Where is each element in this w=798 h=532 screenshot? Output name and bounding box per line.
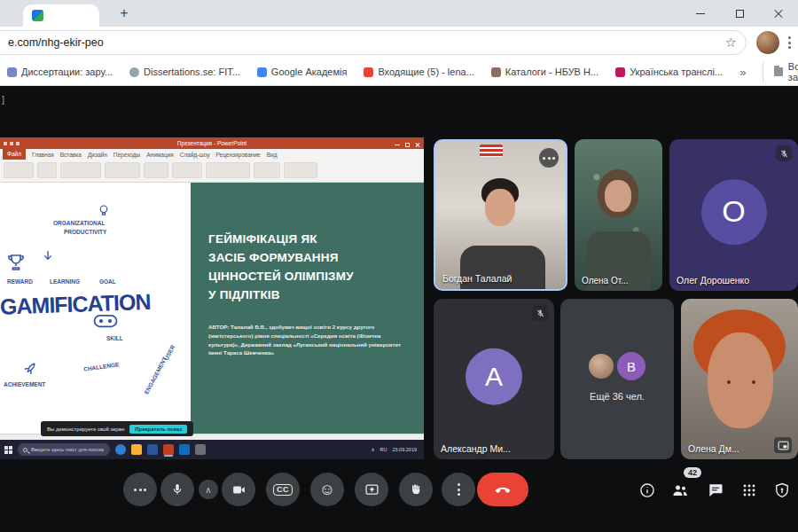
ribbon-tab[interactable]: Рецензирование bbox=[215, 152, 260, 158]
car-sticker bbox=[480, 145, 503, 157]
windows-taskbar: Введите здесь текст для поиска ∧ RU 23.0… bbox=[0, 440, 424, 459]
reactions-button[interactable]: ☺ bbox=[310, 473, 344, 506]
ribbon-group[interactable] bbox=[206, 162, 250, 178]
ribbon-group[interactable] bbox=[144, 162, 168, 178]
person-face bbox=[485, 189, 515, 226]
bookmark-item[interactable]: Dissertations.se: FIT... bbox=[129, 66, 240, 77]
window-controls bbox=[681, 0, 798, 27]
video-tile-bogdan[interactable]: Богдан Талалай bbox=[434, 139, 567, 291]
ribbon-tab[interactable]: Файл bbox=[3, 149, 26, 160]
video-tile-alexandr[interactable]: А Александр Ми... bbox=[434, 299, 554, 459]
bookmark-item[interactable]: Українська транслі... bbox=[615, 66, 723, 77]
close-icon[interactable] bbox=[415, 142, 420, 147]
video-tile-olena-ot[interactable]: Олена От... bbox=[575, 139, 662, 291]
doodle-word: ENGAGEMENT bbox=[143, 356, 168, 395]
address-toolbar: e.com/nhg-ekir-peo ☆ bbox=[0, 27, 798, 59]
taskbar-app-icon[interactable] bbox=[179, 444, 190, 455]
taskbar-search-box[interactable]: Введите здесь текст для поиска bbox=[18, 443, 110, 456]
stop-sharing-button[interactable]: Прекратить показ bbox=[129, 425, 187, 434]
chat-icon[interactable] bbox=[707, 481, 726, 501]
ribbon-tab[interactable]: Переходы bbox=[113, 152, 141, 158]
ribbon-tab[interactable]: Анимация bbox=[146, 152, 174, 158]
slide-title-line: У ПІДЛІТКІВ bbox=[208, 286, 410, 305]
bookmark-item[interactable]: Google Академія bbox=[257, 66, 348, 77]
ribbon-group[interactable] bbox=[4, 162, 34, 178]
taskbar-app-icon[interactable] bbox=[115, 444, 126, 455]
captions-button[interactable]: CC bbox=[266, 473, 300, 506]
maximize-icon[interactable] bbox=[405, 143, 410, 147]
bookmark-star-icon[interactable]: ☆ bbox=[725, 35, 737, 51]
doodle-word: CHALLENGE bbox=[83, 361, 120, 372]
cc-icon: CC bbox=[273, 484, 293, 496]
device-picker-chevron-icon[interactable]: ∧ bbox=[199, 480, 218, 499]
tile-menu-icon[interactable] bbox=[539, 148, 559, 168]
trophy-icon bbox=[5, 252, 27, 273]
address-bar[interactable]: e.com/nhg-ekir-peo ☆ bbox=[0, 30, 747, 55]
video-tile-olena-dm[interactable]: Олена Дм... bbox=[681, 299, 798, 459]
participants-icon[interactable] bbox=[671, 481, 691, 501]
mic-button[interactable] bbox=[160, 473, 194, 506]
powerpoint-window-title: Презентация - PowerPoint bbox=[177, 140, 246, 146]
bookmarks-bar: Диссертации: зару... Dissertations.se: F… bbox=[0, 59, 798, 86]
participant-name: Богдан Талалай bbox=[442, 273, 512, 284]
camera-button[interactable] bbox=[222, 473, 255, 506]
all-bookmarks-label: Все закладки bbox=[788, 61, 798, 82]
taskbar-search-placeholder: Введите здесь текст для поиска bbox=[31, 447, 104, 452]
start-button-icon[interactable] bbox=[4, 446, 12, 454]
video-tile-more-participants[interactable]: В Ещё 36 чел. bbox=[560, 299, 674, 459]
ribbon-tab[interactable]: Главная bbox=[32, 152, 54, 158]
slide-title-line: ЗАСІБ ФОРМУВАННЯ bbox=[208, 249, 410, 268]
browser-menu-icon[interactable] bbox=[788, 36, 791, 49]
letter-avatar: О bbox=[701, 179, 767, 245]
window-minimize-button[interactable] bbox=[681, 0, 720, 27]
tray-chevron-icon[interactable]: ∧ bbox=[371, 447, 374, 452]
ribbon-group[interactable] bbox=[284, 162, 317, 178]
apps-grid-icon[interactable] bbox=[740, 481, 760, 501]
ribbon-group[interactable] bbox=[105, 162, 140, 178]
present-screen-button[interactable] bbox=[355, 473, 388, 506]
window-maximize-button[interactable] bbox=[720, 0, 759, 27]
more-controls-kebab-icon[interactable] bbox=[442, 473, 475, 506]
bookmark-item[interactable]: Диссертации: зару... bbox=[7, 66, 113, 77]
ribbon-group[interactable] bbox=[60, 162, 101, 178]
ribbon-tab-row: Файл Главная Вставка Дизайн Переходы Ани… bbox=[0, 149, 424, 160]
bookmark-item[interactable]: Входящие (5) - lena... bbox=[364, 66, 473, 77]
window-close-button[interactable] bbox=[759, 0, 798, 27]
tab-bar: + bbox=[0, 0, 798, 27]
ribbon-group[interactable] bbox=[254, 162, 280, 178]
hang-up-button[interactable] bbox=[477, 473, 528, 506]
taskbar-app-icon[interactable] bbox=[131, 444, 142, 455]
meeting-details-info-icon[interactable] bbox=[638, 481, 658, 501]
browser-tab[interactable] bbox=[23, 4, 99, 27]
bookmarks-overflow-icon[interactable]: » bbox=[739, 66, 746, 79]
participant-name: Александр Ми... bbox=[441, 443, 511, 454]
new-tab-button[interactable]: + bbox=[113, 4, 135, 23]
picture-in-picture-icon[interactable] bbox=[774, 437, 792, 453]
letter-avatar: А bbox=[466, 348, 522, 404]
minimize-icon[interactable] bbox=[395, 145, 400, 145]
ribbon-group[interactable] bbox=[172, 162, 202, 178]
slide-author-text: АВТОР: Талалай Б.В., здобувач вищої осві… bbox=[208, 323, 410, 358]
tab-favicon-icon bbox=[32, 10, 43, 21]
ribbon-group[interactable] bbox=[37, 162, 57, 178]
profile-avatar[interactable] bbox=[756, 31, 779, 54]
bookmark-item[interactable]: Каталоги - НБУВ Н... bbox=[491, 66, 598, 77]
all-bookmarks-button[interactable]: Все закладки bbox=[763, 61, 798, 82]
taskbar-app-icon[interactable] bbox=[195, 444, 206, 455]
tray-language[interactable]: RU bbox=[380, 447, 387, 452]
bookmark-label: Dissertations.se: FIT... bbox=[144, 66, 240, 77]
bookmark-favicon-icon bbox=[257, 67, 267, 77]
host-controls-shield-icon[interactable] bbox=[773, 481, 793, 501]
ribbon-tab[interactable]: Вставка bbox=[60, 152, 82, 158]
bookmark-label: Каталоги - НБУВ Н... bbox=[505, 66, 598, 77]
rocket-icon bbox=[18, 356, 43, 381]
ribbon-tab[interactable]: Слайд-шоу bbox=[180, 152, 210, 158]
taskbar-app-icon[interactable] bbox=[147, 444, 158, 455]
raise-hand-button[interactable] bbox=[399, 473, 433, 506]
video-tile-oleg[interactable]: О Олег Дорошенко bbox=[669, 139, 798, 291]
tray-date[interactable]: 23.09.2019 bbox=[392, 447, 417, 452]
ribbon-tab[interactable]: Дизайн bbox=[88, 152, 107, 158]
taskbar-app-icon[interactable] bbox=[163, 444, 174, 455]
ribbon-tab[interactable]: Вид bbox=[267, 152, 278, 158]
more-options-button[interactable] bbox=[123, 473, 157, 506]
